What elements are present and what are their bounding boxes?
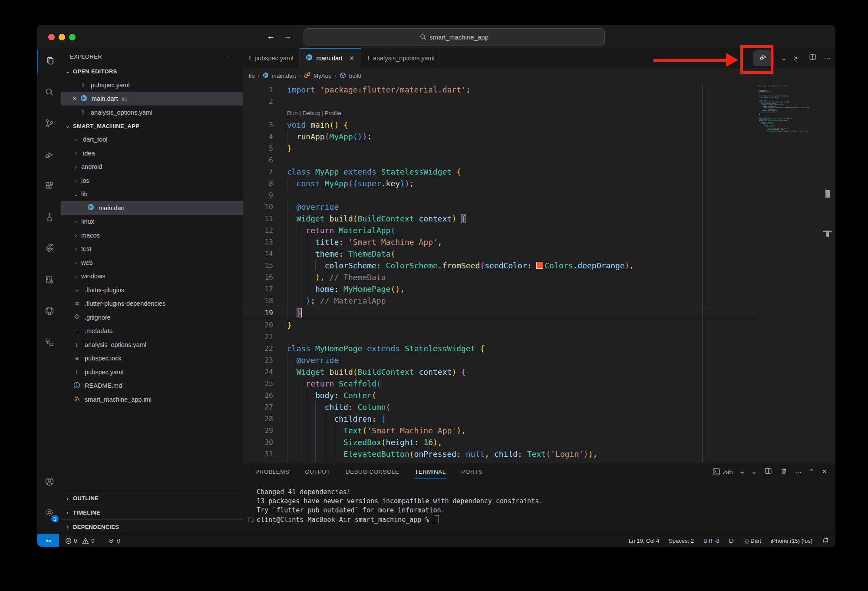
scrollbar-thumb[interactable] xyxy=(825,190,830,198)
remote-indicator[interactable]: >< xyxy=(37,534,59,547)
tree-item[interactable]: !analysis_options.yaml xyxy=(61,338,243,352)
tree-item[interactable]: ≡.flutter-plugins xyxy=(61,283,243,297)
code-line[interactable]: 18 ); // MaterialApp xyxy=(243,295,755,307)
tree-item[interactable]: ≡pubspec.lock xyxy=(61,352,243,366)
tree-item[interactable]: ≡.metadata xyxy=(61,324,243,338)
code-line[interactable]: 25 return Scaffold( xyxy=(243,378,755,390)
open-editor-item[interactable]: ✕main.dartlib xyxy=(61,92,243,106)
code-line[interactable]: 27 child: Column( xyxy=(243,401,755,413)
code-line[interactable]: 13 title: 'Smart Machine App', xyxy=(243,236,755,248)
activity-testing[interactable] xyxy=(37,206,61,230)
activity-github[interactable] xyxy=(37,300,61,324)
code-line[interactable]: 22class MyHomePage extends StatelessWidg… xyxy=(243,343,755,354)
code-line[interactable]: 9 xyxy=(243,189,755,201)
code-line[interactable]: 16 ), // ThemeData xyxy=(243,271,755,283)
activity-run-debug[interactable] xyxy=(37,143,61,167)
tree-item[interactable]: ›macos xyxy=(61,228,243,242)
tree-item[interactable]: ⌄lib xyxy=(61,188,243,201)
activity-explorer[interactable] xyxy=(37,50,62,73)
tree-item[interactable]: ›ios xyxy=(61,174,243,188)
panel-tab-debug-console[interactable]: DEBUG CONSOLE xyxy=(346,462,399,481)
tree-item[interactable]: !pubspec.yaml xyxy=(61,365,243,379)
ports-indicator[interactable]: 0 xyxy=(107,538,120,544)
encoding[interactable]: UTF-8 xyxy=(703,538,719,544)
shell-badge[interactable]: zsh xyxy=(713,468,733,475)
code-line[interactable]: 19 } xyxy=(243,307,755,319)
tree-item[interactable]: ≡.flutter-plugins-dependencies xyxy=(61,297,243,311)
codelens-debug[interactable]: Debug xyxy=(303,110,320,116)
activity-settings[interactable]: 1 xyxy=(37,501,61,525)
codelens-profile[interactable]: Profile xyxy=(325,110,341,116)
breadcrumb-item[interactable]: lib xyxy=(249,73,255,79)
split-terminal-icon[interactable] xyxy=(764,467,772,476)
more-actions[interactable]: ··· xyxy=(824,54,831,62)
code-line[interactable]: 15 colorScheme: ColorScheme.fromSeed(see… xyxy=(243,260,755,271)
code-line[interactable]: 2 xyxy=(243,96,755,107)
tab-analysis_options.yaml[interactable]: !analysis_options.yaml xyxy=(361,48,441,68)
codelens-links[interactable]: Run | Debug | Profile xyxy=(287,107,341,119)
section-project[interactable]: ⌄SMART_MACHINE_APP xyxy=(61,119,243,133)
code-line[interactable]: 29 Text('Smart Machine App'), xyxy=(243,425,755,436)
activity-code-settings[interactable] xyxy=(37,268,61,292)
activity-account[interactable] xyxy=(37,470,61,494)
notifications-bell-icon[interactable] xyxy=(822,537,829,544)
code-line[interactable]: 1import 'package:flutter/material.dart'; xyxy=(243,84,755,96)
tree-item[interactable]: ›.idea xyxy=(61,146,243,160)
code-line[interactable]: 17 home: MyHomePage(), xyxy=(243,283,755,295)
code-line[interactable]: 31 ElevatedButton(onPressed: null, child… xyxy=(243,448,755,460)
close-icon[interactable]: ✕ xyxy=(71,95,79,102)
open-editor-item[interactable]: !pubspec.yaml xyxy=(61,78,243,92)
navigate-forward-button[interactable]: → xyxy=(283,31,292,41)
zoom-window-button[interactable] xyxy=(69,34,76,40)
maximize-panel[interactable]: ⌃ xyxy=(809,468,815,475)
split-editor-icon[interactable] xyxy=(809,53,817,63)
tab-main.dart[interactable]: main.dart✕ xyxy=(300,48,361,68)
close-icon[interactable]: ✕ xyxy=(349,55,355,62)
tree-item[interactable]: ›.dart_tool xyxy=(61,133,243,147)
indentation[interactable]: Spaces: 2 xyxy=(669,538,694,544)
tab-pubspec.yaml[interactable]: !pubspec.yaml xyxy=(243,48,300,68)
tree-item[interactable]: ›linux xyxy=(61,215,243,229)
minimize-window-button[interactable] xyxy=(59,34,65,40)
tree-item[interactable]: main.dart xyxy=(61,201,243,215)
tree-item[interactable]: ›test xyxy=(61,242,243,256)
terminal-output[interactable]: Changed 41 dependencies!13 packages have… xyxy=(243,488,835,525)
new-terminal[interactable]: + xyxy=(740,468,744,475)
code-line[interactable]: 23 @override xyxy=(243,354,755,366)
code-line[interactable]: 26 body: Center( xyxy=(243,390,755,401)
activity-connections[interactable] xyxy=(37,331,61,355)
open-editor-item[interactable]: !analysis_options.yaml xyxy=(61,106,243,119)
code-editor[interactable]: 1import 'package:flutter/material.dart';… xyxy=(243,84,755,462)
code-line[interactable]: 12 return MaterialApp( xyxy=(243,225,755,236)
run-dropdown-chevron[interactable]: ⌄ xyxy=(781,54,787,62)
activity-source-control[interactable] xyxy=(37,112,61,136)
activity-flutter[interactable] xyxy=(37,237,61,261)
problems-indicator[interactable]: 0 0 xyxy=(65,538,94,544)
kill-terminal-icon[interactable] xyxy=(780,467,788,476)
tree-item[interactable]: smart_machine_app.iml xyxy=(61,393,243,406)
code-line[interactable]: 6 xyxy=(243,154,755,166)
tree-item[interactable]: .gitignore xyxy=(61,310,243,324)
code-line[interactable]: 11 Widget build(BuildContext context) { xyxy=(243,213,755,225)
section-dependencies[interactable]: ›DEPENDENCIES xyxy=(61,519,243,534)
breadcrumb-item[interactable]: main.dart xyxy=(272,73,296,79)
code-line[interactable]: 5} xyxy=(243,142,755,154)
tree-item[interactable]: README.md xyxy=(61,379,243,393)
code-line[interactable]: 14 theme: ThemeData( xyxy=(243,248,755,260)
code-line[interactable]: 20} xyxy=(243,319,755,331)
overview-ruler[interactable] xyxy=(809,84,835,462)
codelens-run[interactable]: Run xyxy=(287,110,298,116)
code-line[interactable]: 21 xyxy=(243,331,755,343)
panel-tab-ports[interactable]: PORTS xyxy=(462,462,482,481)
panel-tab-output[interactable]: OUTPUT xyxy=(305,462,330,481)
code-line[interactable]: 7class MyApp extends StatelessWidget { xyxy=(243,166,755,178)
command-center-search[interactable]: smart_machine_app xyxy=(304,28,605,46)
language-mode[interactable]: {} Dart xyxy=(745,538,761,544)
section-timeline[interactable]: ›TIMELINE xyxy=(61,505,243,519)
section-outline[interactable]: ›OUTLINE xyxy=(61,491,243,505)
code-line[interactable]: 28 children: [ xyxy=(243,413,755,425)
code-line[interactable]: 4 runApp(MyApp()); xyxy=(243,131,755,142)
terminal-dropdown-chevron[interactable]: ⌄ xyxy=(751,468,757,475)
code-line[interactable]: 8 const MyApp({super.key}); xyxy=(243,178,755,189)
code-line[interactable]: 3void main() { xyxy=(243,119,755,131)
